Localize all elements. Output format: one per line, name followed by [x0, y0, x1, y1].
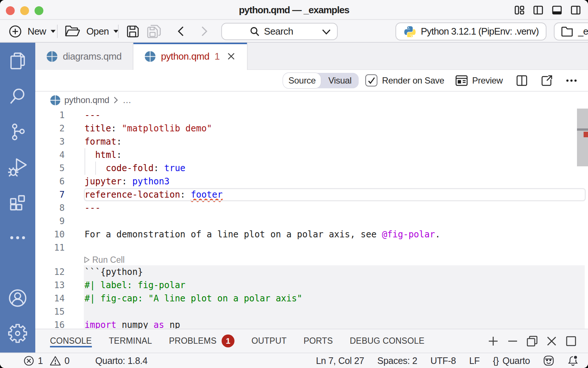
line-content: ---: [84, 109, 588, 122]
toggle-secondary-sidebar-icon[interactable]: [571, 5, 581, 15]
encoding-status[interactable]: UTF-8: [430, 355, 456, 366]
code-line-12[interactable]: 12```{python}: [35, 265, 588, 279]
run-debug-icon[interactable]: [0, 149, 35, 185]
visual-mode-label: Visual: [328, 75, 351, 86]
smiley-icon: [543, 355, 554, 366]
source-control-icon[interactable]: [0, 114, 35, 149]
run-cell-lens[interactable]: Run Cell: [35, 254, 588, 265]
panel-tab-terminal[interactable]: TERMINAL: [109, 329, 152, 353]
code-line-10[interactable]: 10For a demonstration of a line plot on …: [35, 228, 588, 241]
overview-ruler-error-mark: [584, 132, 588, 137]
chevron-down-icon[interactable]: [322, 29, 331, 35]
split-editor-icon: [516, 75, 528, 86]
project-selector[interactable]: _examples: [554, 22, 588, 40]
indentation-status[interactable]: Spaces: 2: [377, 355, 417, 366]
problems-count-badge: 1: [222, 335, 234, 347]
search-sidebar-icon[interactable]: [0, 79, 35, 114]
code-line-3[interactable]: 3format:: [35, 135, 588, 148]
restore-panel-icon[interactable]: [526, 335, 538, 347]
quarto-version-status[interactable]: Quarto: 1.8.4: [95, 355, 147, 366]
search-input[interactable]: Search: [221, 23, 338, 40]
editor-scrollbar[interactable]: [577, 109, 588, 166]
toggle-primary-sidebar-icon[interactable]: [533, 5, 543, 15]
open-in-new-window-button[interactable]: [541, 75, 553, 86]
line-number: 14: [35, 292, 84, 305]
notifications-button[interactable]: [567, 355, 578, 366]
toggle-panel-icon[interactable]: [552, 5, 562, 15]
save-all-button[interactable]: [146, 20, 162, 43]
line-content: For a demonstration of a line plot on a …: [84, 228, 588, 241]
tab-python-qmd[interactable]: python.qmd 1: [133, 43, 248, 70]
code-line-1[interactable]: 1---: [35, 109, 588, 122]
preview-button[interactable]: Preview: [455, 75, 503, 86]
line-number: 5: [35, 162, 84, 175]
code-line-7[interactable]: 7reference-location: footer: [35, 188, 588, 201]
source-mode-button[interactable]: Source: [283, 73, 321, 88]
encoding-label: UTF-8: [430, 355, 456, 366]
feedback-button[interactable]: [543, 355, 554, 366]
panel-tab-label: CONSOLE: [50, 336, 92, 346]
panel-tab-label: TERMINAL: [109, 336, 152, 346]
account-icon[interactable]: [0, 280, 35, 316]
project-label: _examples: [578, 26, 588, 37]
code-line-2[interactable]: 2title: "matplotlib demo": [35, 122, 588, 135]
navigate-back-button[interactable]: [176, 20, 187, 43]
chevron-right-icon: [113, 96, 119, 104]
minimize-panel-icon[interactable]: [507, 335, 518, 347]
explorer-icon[interactable]: [0, 43, 35, 79]
visual-mode-button[interactable]: Visual: [321, 73, 359, 88]
code-editor[interactable]: 1---2title: "matplotlib demo"3format:4 h…: [35, 109, 588, 329]
panel-tab-debug-console[interactable]: DEBUG CONSOLE: [350, 329, 424, 353]
close-panel-icon[interactable]: [546, 335, 557, 347]
code-line-16[interactable]: 16import numpy as np: [35, 318, 588, 329]
cursor-position-status[interactable]: Ln 7, Col 27: [316, 355, 364, 366]
line-content: jupyter: python3: [84, 175, 588, 188]
close-tab-icon[interactable]: [226, 52, 236, 61]
panel-tab-problems[interactable]: PROBLEMS1: [169, 329, 234, 353]
problems-status[interactable]: 1 0: [24, 355, 69, 366]
line-number: 6: [35, 175, 84, 188]
code-line-14[interactable]: 14#| fig-cap: "A line plot on a polar ax…: [35, 292, 588, 305]
navigate-forward-button[interactable]: [198, 20, 209, 43]
panel-tab-label: PROBLEMS: [169, 336, 216, 346]
python-logo-icon: [404, 26, 416, 37]
run-cell-label: Run Cell: [92, 254, 125, 265]
code-line-15[interactable]: 15: [35, 305, 588, 318]
breadcrumb-file[interactable]: python.qmd: [64, 95, 109, 105]
render-on-save-checkbox[interactable]: [365, 74, 377, 86]
breadcrumb-more[interactable]: …: [122, 95, 131, 105]
line-number: 2: [35, 122, 84, 135]
extensions-icon[interactable]: [0, 185, 35, 220]
new-console-icon[interactable]: [487, 335, 499, 347]
indent-guide: [85, 162, 85, 175]
more-actions-icon[interactable]: [0, 220, 35, 255]
code-line-8[interactable]: 8---: [35, 201, 588, 215]
save-button[interactable]: [126, 20, 139, 43]
code-line-13[interactable]: 13#| label: fig-polar: [35, 279, 588, 292]
line-content: #| label: fig-polar: [84, 279, 588, 292]
code-line-9[interactable]: 9: [35, 215, 588, 228]
line-content: title: "matplotlib demo": [84, 122, 588, 135]
preview-icon: [455, 75, 468, 86]
customize-layout-icon[interactable]: [514, 5, 524, 15]
settings-gear-icon[interactable]: [0, 316, 35, 351]
tab-diagrams-qmd[interactable]: diagrams.qmd: [35, 43, 133, 70]
code-line-5[interactable]: 5 code-fold: true: [35, 162, 588, 175]
maximize-panel-icon[interactable]: [565, 335, 577, 347]
code-line-11[interactable]: 11: [35, 241, 588, 254]
interpreter-selector[interactable]: Python 3.12.1 (PipEnv: .venv): [395, 22, 546, 40]
panel-tab-output[interactable]: OUTPUT: [251, 329, 287, 353]
panel-tab-console[interactable]: CONSOLE: [50, 329, 92, 353]
language-mode-status[interactable]: {} Quarto: [493, 355, 530, 366]
code-line-4[interactable]: 4 html:: [35, 148, 588, 162]
warning-icon: [50, 355, 61, 366]
panel-tab-ports[interactable]: PORTS: [304, 329, 333, 353]
split-editor-button[interactable]: [516, 75, 528, 86]
eol-status[interactable]: LF: [469, 355, 480, 366]
breadcrumb: python.qmd …: [35, 92, 588, 109]
line-content: import numpy as np: [84, 318, 588, 329]
open-button[interactable]: Open: [65, 20, 119, 43]
more-editor-actions-button[interactable]: [566, 75, 577, 86]
new-button[interactable]: New: [9, 20, 56, 43]
code-line-6[interactable]: 6jupyter: python3: [35, 175, 588, 188]
